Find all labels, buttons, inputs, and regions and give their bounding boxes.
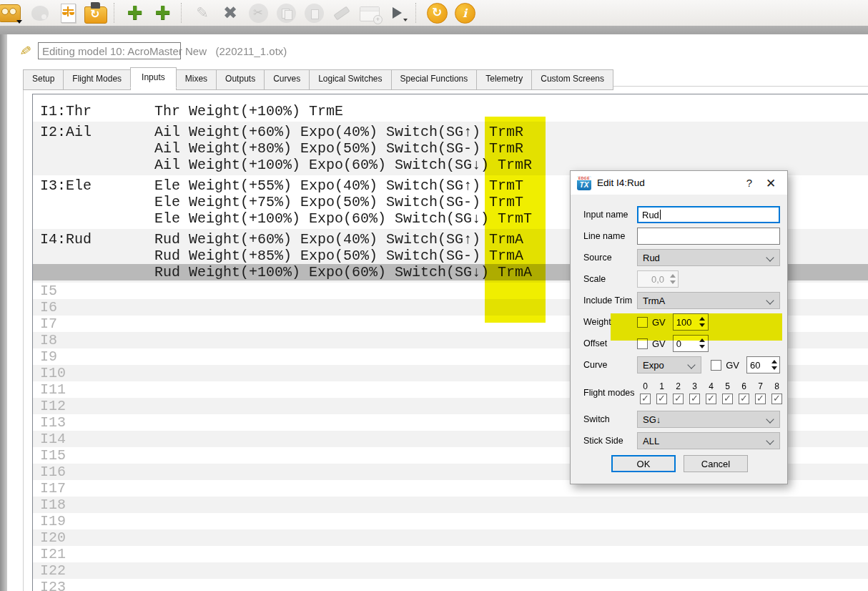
tab-logical-switches[interactable]: Logical Switches: [309, 69, 391, 90]
tab-outputs[interactable]: Outputs: [216, 69, 265, 90]
flight-mode-checkbox-8[interactable]: ✓: [771, 394, 782, 404]
curve-type-dropdown[interactable]: Expo: [637, 356, 701, 373]
flight-mode-checkbox-7[interactable]: ✓: [755, 394, 766, 404]
orange-info-icon: i: [455, 3, 475, 24]
simulate-button[interactable]: [385, 1, 410, 24]
fm-checkboxes: ✓✓✓✓✓✓✓✓✓: [637, 394, 785, 404]
checkmark-icon: ✓: [707, 394, 715, 403]
window-plus-icon: +: [360, 6, 380, 21]
flight-modes-label: Flight modes: [583, 388, 637, 398]
cancel-button[interactable]: Cancel: [684, 455, 748, 472]
offset-gv-checkbox[interactable]: [637, 338, 648, 349]
dialog-body: Input name Rud Line name Source Rud Scal…: [571, 195, 787, 472]
copy-pages-icon: [277, 4, 296, 23]
fm-cell: ✓: [637, 394, 654, 404]
sdcard-sync-icon: ↻: [84, 6, 107, 24]
tab-special-functions[interactable]: Special Functions: [391, 69, 478, 90]
tab-setup[interactable]: Setup: [23, 69, 64, 90]
tab-custom-screens[interactable]: Custom Screens: [531, 69, 613, 90]
flight-mode-checkbox-4[interactable]: ✓: [706, 394, 716, 404]
mixer-line-text: Rud Weight(+85%) Expo(50%) Switch(SG-) T…: [154, 248, 523, 264]
radio-profile-button[interactable]: [0, 1, 24, 24]
tab-flight-modes[interactable]: Flight Modes: [63, 69, 131, 90]
input-name-field[interactable]: Rud: [637, 206, 780, 223]
input-row-i21[interactable]: I21: [33, 546, 868, 562]
line-name-field[interactable]: [637, 228, 780, 245]
dialog-title-bar[interactable]: EDGETX Edit I4:Rud ? ✕: [571, 171, 787, 195]
paste-button[interactable]: [302, 1, 326, 24]
flight-mode-checkbox-3[interactable]: ✓: [689, 394, 700, 404]
include-trim-dropdown[interactable]: TrmA: [637, 292, 780, 309]
offset-label: Offset: [583, 338, 637, 348]
tab-curves[interactable]: Curves: [264, 69, 310, 90]
tab-mixes[interactable]: Mixes: [176, 69, 217, 90]
read-write-sd-button[interactable]: ↻: [84, 1, 108, 24]
compare-models-icon: [69, 12, 74, 15]
curve-gv-checkbox[interactable]: [711, 360, 721, 371]
toolbar-separator: [114, 3, 117, 23]
write-to-radio-button[interactable]: ↻: [425, 1, 449, 24]
checkmark-icon: ✓: [674, 394, 682, 403]
switch-dropdown[interactable]: SG↓: [637, 411, 780, 428]
input-row-i20[interactable]: I20: [33, 529, 868, 546]
wizard-brush-icon: [332, 4, 352, 23]
offset-spinner[interactable]: 0: [673, 335, 709, 352]
input-label: I2:Ail: [33, 124, 154, 140]
weight-gv-checkbox[interactable]: [637, 317, 648, 328]
spinner-arrows-icon[interactable]: [697, 314, 708, 330]
copy-pages-icon: [285, 10, 292, 20]
tab-telemetry[interactable]: Telemetry: [476, 69, 532, 90]
spinner-arrows-icon[interactable]: [697, 336, 708, 351]
delete-model-button[interactable]: ✖: [218, 1, 242, 24]
paste-clipboard-icon: [305, 4, 324, 23]
input-row-i2-line-1[interactable]: I2:AilAil Weight(+60%) Expo(40%) Switch(…: [33, 124, 868, 140]
edit-settings-button[interactable]: [28, 1, 52, 24]
mixer-line-text: Ail Weight(+60%) Expo(40%) Switch(SG↑) T…: [154, 124, 523, 140]
flight-mode-checkbox-0[interactable]: ✓: [640, 394, 651, 404]
input-name-label: Input name: [583, 210, 637, 220]
flight-mode-number: 3: [686, 381, 703, 391]
input-row-i23[interactable]: I23: [33, 579, 868, 591]
flight-mode-checkbox-6[interactable]: ✓: [739, 394, 749, 404]
compare-models-icon: [63, 9, 74, 11]
ok-button[interactable]: OK: [611, 455, 676, 472]
offset-gv-text: GV: [652, 338, 666, 349]
tab-inputs[interactable]: Inputs: [130, 67, 177, 88]
close-icon[interactable]: ✕: [763, 176, 779, 190]
input-row-i19[interactable]: I19: [33, 513, 868, 529]
checkmark-icon: ✓: [724, 394, 731, 403]
input-label: I12: [33, 398, 154, 414]
source-dropdown[interactable]: Rud: [637, 249, 780, 266]
input-row-i1-line-1[interactable]: I1:ThrThr Weight(+100%) TrmE: [33, 103, 868, 119]
fm-cell: ✓: [719, 394, 736, 404]
cut-button[interactable]: ✂: [246, 1, 270, 24]
edit-input-dialog: EDGETX Edit I4:Rud ? ✕ Input name Rud Li…: [570, 170, 788, 484]
input-label: I17: [33, 480, 154, 497]
compare-models-button[interactable]: [56, 1, 80, 24]
model-wizard-button[interactable]: [330, 1, 354, 24]
checkmark-icon: ✓: [658, 394, 666, 403]
spinner-arrows-icon[interactable]: [769, 357, 779, 373]
weight-spinner[interactable]: 100: [673, 313, 709, 331]
flight-mode-number: 2: [670, 381, 686, 391]
paste-clipboard-icon: [311, 9, 319, 19]
curve-value-spinner[interactable]: 60: [746, 356, 780, 373]
input-label: I7: [33, 316, 154, 332]
input-row-i22[interactable]: I22: [33, 562, 868, 579]
flight-mode-checkbox-5[interactable]: ✓: [722, 394, 733, 404]
edit-model-button[interactable]: ✎: [190, 1, 214, 24]
input-row-i2-line-2[interactable]: Ail Weight(+80%) Expo(50%) Switch(SG-) T…: [33, 140, 868, 157]
copy-button[interactable]: [274, 1, 298, 24]
about-button[interactable]: i: [453, 1, 477, 24]
new-window-button[interactable]: +: [357, 1, 382, 24]
chevron-down-icon: [766, 436, 774, 444]
input-row-i18[interactable]: I18: [33, 497, 868, 513]
add-category-button[interactable]: ✚: [151, 1, 175, 24]
fm-cell: ✓: [736, 394, 752, 404]
help-button[interactable]: ?: [741, 177, 757, 189]
flight-mode-checkbox-2[interactable]: ✓: [673, 394, 684, 404]
input-group-i19: I19: [33, 513, 868, 529]
flight-mode-checkbox-1[interactable]: ✓: [656, 394, 667, 404]
stick-side-dropdown[interactable]: ALL: [637, 432, 780, 449]
add-model-button[interactable]: ✚: [123, 1, 147, 24]
